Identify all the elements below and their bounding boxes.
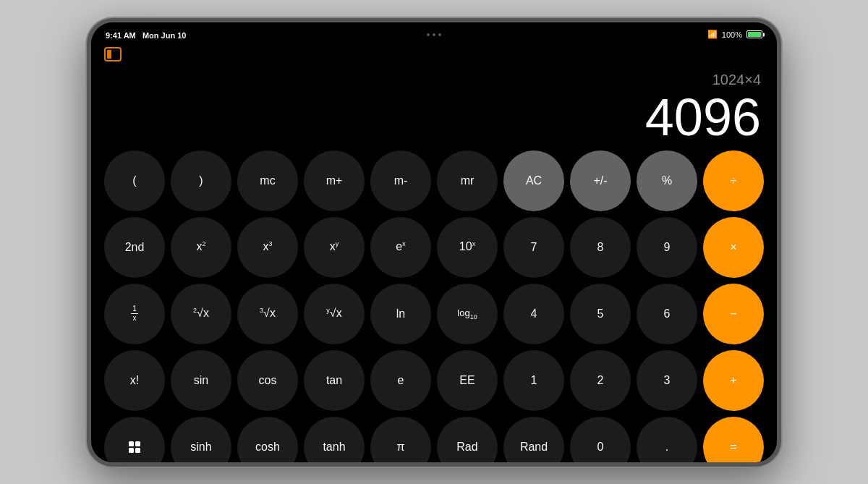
battery-icon xyxy=(746,30,762,38)
factorial-button[interactable]: x! xyxy=(104,350,165,411)
x-cubed-button[interactable]: x3 xyxy=(237,217,298,278)
0-button[interactable]: 0 xyxy=(570,417,631,467)
y-root-button[interactable]: y√x xyxy=(304,284,365,344)
sidebar-toggle-button[interactable] xyxy=(104,47,122,61)
sidebar-icon-right xyxy=(114,50,119,59)
plus-minus-button[interactable]: +/- xyxy=(570,150,631,211)
e-button[interactable]: e xyxy=(370,350,431,411)
sidebar-icon-left xyxy=(107,50,111,59)
sqrt-button[interactable]: 2√x xyxy=(171,284,231,344)
buttons-grid: ()mcm+m-mrAC+/-%÷2ndx2x3xyex10x789×1x2√x… xyxy=(104,150,764,467)
expression: 1024×4 xyxy=(712,72,761,88)
m-minus-button[interactable]: m- xyxy=(370,150,431,211)
open-paren-button[interactable]: ( xyxy=(104,150,165,211)
percent-button[interactable]: % xyxy=(637,150,697,211)
close-paren-button[interactable]: ) xyxy=(171,150,231,211)
result: 4096 xyxy=(645,91,761,143)
8-button[interactable]: 8 xyxy=(570,217,631,278)
2nd-button[interactable]: 2nd xyxy=(104,217,165,278)
battery-fill xyxy=(748,32,761,37)
3-button[interactable]: 3 xyxy=(637,350,697,411)
multiply-button[interactable]: × xyxy=(703,217,764,278)
one-over-x-button[interactable]: 1x xyxy=(104,284,165,344)
tan-button[interactable]: tan xyxy=(304,350,365,411)
rad-button[interactable]: Rad xyxy=(437,417,498,467)
sinh-button[interactable]: sinh xyxy=(171,417,231,467)
calculator-icon-btn-button[interactable] xyxy=(104,417,165,467)
status-left: 9:41 AM Mon Jun 10 xyxy=(106,28,186,41)
2-button[interactable]: 2 xyxy=(570,350,631,411)
status-right: 📶 100% xyxy=(707,30,762,39)
pi-button[interactable]: π xyxy=(370,417,431,467)
1-button[interactable]: 1 xyxy=(503,350,564,411)
e-to-x-button[interactable]: ex xyxy=(370,217,431,278)
status-center xyxy=(427,33,441,36)
9-button[interactable]: 9 xyxy=(637,217,697,278)
subtract-button[interactable]: − xyxy=(703,284,764,344)
toolbar xyxy=(91,44,777,64)
x-to-y-button[interactable]: xy xyxy=(304,217,365,278)
svg-rect-3 xyxy=(135,448,140,453)
svg-rect-0 xyxy=(129,441,134,446)
cosh-button[interactable]: cosh xyxy=(237,417,298,467)
ee-button[interactable]: EE xyxy=(437,350,498,411)
ln-button[interactable]: ln xyxy=(370,284,431,344)
dot3 xyxy=(438,33,441,36)
decimal-button[interactable]: . xyxy=(637,417,697,467)
dot2 xyxy=(433,33,435,36)
svg-rect-1 xyxy=(135,441,140,446)
x-squared-button[interactable]: x2 xyxy=(171,217,231,278)
device-frame: 9:41 AM Mon Jun 10 📶 100% 1024×4 xyxy=(87,18,781,467)
mc-button[interactable]: mc xyxy=(237,150,298,211)
log10-button[interactable]: log10 xyxy=(437,284,498,344)
7-button[interactable]: 7 xyxy=(503,217,564,278)
ac-button[interactable]: AC xyxy=(503,150,564,211)
status-time: 9:41 AM Mon Jun 10 xyxy=(106,31,186,40)
4-button[interactable]: 4 xyxy=(503,284,564,344)
m-plus-button[interactable]: m+ xyxy=(304,150,365,211)
display-area: 1024×4 4096 xyxy=(104,64,764,150)
status-bar: 9:41 AM Mon Jun 10 📶 100% xyxy=(91,22,777,44)
6-button[interactable]: 6 xyxy=(637,284,697,344)
cube-root-button[interactable]: 3√x xyxy=(237,284,298,344)
divide-button[interactable]: ÷ xyxy=(703,150,764,211)
svg-rect-2 xyxy=(129,448,134,453)
wifi-icon: 📶 xyxy=(707,30,718,39)
calculator-body: 1024×4 4096 ()mcm+m-mrAC+/-%÷2ndx2x3xyex… xyxy=(91,64,777,467)
dot1 xyxy=(427,33,430,36)
rand-button[interactable]: Rand xyxy=(503,417,564,467)
5-button[interactable]: 5 xyxy=(570,284,631,344)
equals-button[interactable]: = xyxy=(703,417,764,467)
mr-button[interactable]: mr xyxy=(437,150,498,211)
battery-percent: 100% xyxy=(722,30,742,39)
tanh-button[interactable]: tanh xyxy=(304,417,365,467)
add-button[interactable]: + xyxy=(703,350,764,411)
10-to-x-button[interactable]: 10x xyxy=(437,217,498,278)
cos-button[interactable]: cos xyxy=(237,350,298,411)
sin-button[interactable]: sin xyxy=(171,350,231,411)
